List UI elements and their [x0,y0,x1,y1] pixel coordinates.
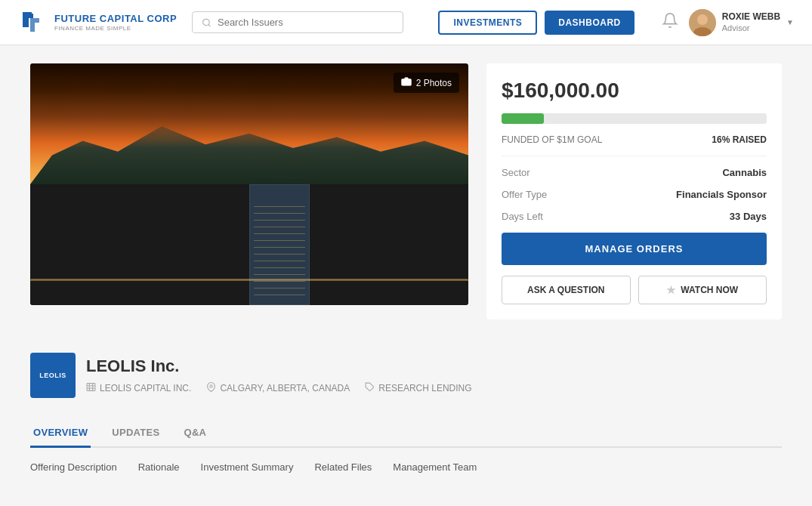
photos-badge[interactable]: 2 Photos [394,73,459,93]
user-role: Advisor [722,23,780,33]
watch-now-label: WATCH NOW [681,285,738,295]
logo-icon [18,8,48,38]
road [30,279,468,281]
funding-amount: $160,000.00 [502,79,767,103]
search-icon [202,17,211,28]
location-text: CALGARY, ALBERTA, CANADA [220,383,350,393]
funding-raised: 16% RAISED [712,134,767,145]
company-issuer: LEOLIS CAPITAL INC. [86,382,191,394]
company-meta: LEOLIS CAPITAL INC. CALGARY, ALBERTA, CA… [86,382,472,394]
tag-icon [365,382,375,394]
tab-overview[interactable]: OVERVIEW [30,419,91,448]
header-right: ROXIE WEBB Advisor ▼ [662,9,794,36]
company-tag-text: RESEARCH LENDING [378,383,471,393]
camera-icon [401,76,412,89]
offer-type-row: Offer Type Financials Sponsor [502,189,767,200]
divider-1 [502,156,767,156]
progress-bar-fill [502,113,544,124]
raised-label: RAISED [733,134,767,145]
star-icon: ★ [666,284,676,296]
sub-tab-investment-summary[interactable]: Investment Summary [201,458,294,476]
logo-area: FUTURE CAPITAL CORP FINANCE MADE SIMPLE [18,8,177,38]
user-name: ROXIE WEBB [722,11,780,23]
chevron-down-icon: ▼ [786,18,794,26]
company-location: CALGARY, ALBERTA, CANADA [206,382,350,394]
ask-question-button[interactable]: ASK A QUESTION [502,276,631,304]
tab-qa[interactable]: Q&A [181,419,210,448]
search-bar[interactable] [192,11,403,33]
investment-panel: $160,000.00 FUNDED OF $1M GOAL 16% RAISE… [486,63,782,319]
sector-row: Sector Cannabis [502,167,767,178]
svg-point-14 [210,385,212,387]
brand-tagline: FINANCE MADE SIMPLE [54,25,177,32]
svg-line-4 [208,24,210,26]
sub-tab-rationale[interactable]: Rationale [138,458,180,476]
days-left-value: 33 Days [730,211,767,222]
tabs-nav: OVERVIEW UPDATES Q&A [30,419,782,448]
photos-count: 2 Photos [416,78,452,88]
company-section: LEOLIS LEOLIS Inc. [30,353,782,398]
funding-info: FUNDED OF $1M GOAL 16% RAISED [502,134,767,145]
nav-buttons: INVESTMENTS DASHBOARD [438,11,634,35]
manage-orders-button[interactable]: MANAGE ORDERS [502,233,767,265]
property-image [30,63,468,305]
sector-label: Sector [502,167,530,178]
funding-goal: FUNDED OF $1M GOAL [502,134,602,145]
svg-rect-2 [23,12,25,27]
svg-point-3 [203,19,210,26]
svg-point-6 [697,14,708,25]
raised-percent: 16% [712,134,730,145]
tab-updates[interactable]: UPDATES [109,419,162,448]
sub-tab-offering-description[interactable]: Offering Description [30,458,117,476]
search-input[interactable] [218,17,394,28]
tabs-section: OVERVIEW UPDATES Q&A Offering Descriptio… [30,419,782,479]
city-ground [30,184,468,305]
sector-value: Cannabis [722,167,767,178]
company-name: LEOLIS Inc. [86,356,472,376]
location-icon [206,382,216,394]
property-image-container: 2 Photos [30,63,468,305]
days-left-label: Days Left [502,211,543,222]
company-tag: RESEARCH LENDING [365,382,471,394]
building [249,184,310,305]
user-info: ROXIE WEBB Advisor [722,11,780,34]
offer-type-value: Financials Sponsor [676,189,767,200]
svg-rect-9 [87,384,95,391]
company-details: LEOLIS Inc. LEOLIS CAPITAL [86,356,472,394]
main-content: 2 Photos $160,000.00 FUNDED OF $1M GOAL … [0,45,812,497]
brand-name: FUTURE CAPITAL CORP [54,13,177,25]
content-grid: 2 Photos $160,000.00 FUNDED OF $1M GOAL … [30,63,782,479]
investments-button[interactable]: INVESTMENTS [438,11,537,35]
user-area[interactable]: ROXIE WEBB Advisor ▼ [689,9,794,36]
app-header: FUTURE CAPITAL CORP FINANCE MADE SIMPLE … [0,0,812,45]
sub-tab-related-files[interactable]: Related Files [314,458,372,476]
building-icon [86,382,96,394]
progress-bar-container [502,113,767,124]
watch-now-button[interactable]: ★ WATCH NOW [638,276,767,304]
avatar [689,9,716,36]
sub-tab-management-team[interactable]: Management Team [393,458,477,476]
company-logo: LEOLIS [30,353,76,398]
offer-type-label: Offer Type [502,189,547,200]
dashboard-button[interactable]: DASHBOARD [545,11,634,35]
issuer-name: LEOLIS CAPITAL INC. [100,383,191,393]
notification-icon[interactable] [662,12,678,32]
secondary-actions: ASK A QUESTION ★ WATCH NOW [502,276,767,304]
logo-text: FUTURE CAPITAL CORP FINANCE MADE SIMPLE [54,13,177,32]
sub-tabs: Offering Description Rationale Investmen… [30,448,782,479]
days-left-row: Days Left 33 Days [502,211,767,222]
